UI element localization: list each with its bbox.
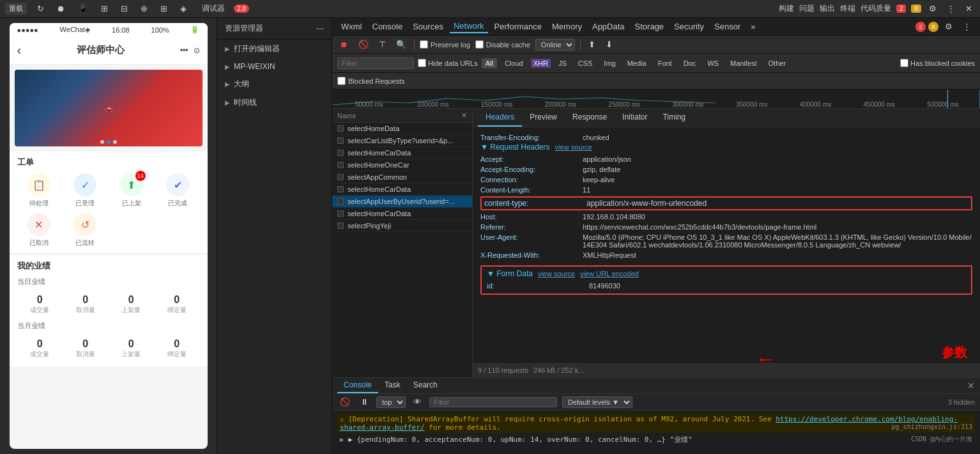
filter-css[interactable]: CSS bbox=[574, 58, 597, 68]
tab-terminal[interactable]: 终端 bbox=[840, 3, 855, 14]
hotreload-button[interactable]: 📱 bbox=[75, 3, 91, 15]
devtools-tab-sensor[interactable]: Sensor bbox=[710, 20, 744, 33]
devtools-tab-network[interactable]: Network bbox=[450, 20, 488, 33]
filter-cloud[interactable]: Cloud bbox=[501, 58, 527, 68]
console-tab-search[interactable]: Search bbox=[407, 378, 444, 393]
has-blocked-cookies-label[interactable]: Has blocked cookies bbox=[900, 59, 975, 67]
console-filter-input[interactable] bbox=[429, 397, 557, 407]
request-item-2[interactable]: selectHomeCarData bbox=[332, 147, 472, 159]
devtools-settings-btn[interactable]: ⚙ bbox=[941, 20, 956, 33]
console-pause-btn[interactable]: ⏸ bbox=[358, 396, 371, 408]
hide-data-urls-label[interactable]: Hide data URLs bbox=[418, 59, 478, 67]
disable-cache-label[interactable]: Disable cache bbox=[475, 40, 530, 49]
filter-xhr[interactable]: XHR bbox=[531, 59, 551, 68]
online-select[interactable]: Online bbox=[535, 39, 575, 51]
more-button[interactable]: ⊕ bbox=[138, 3, 150, 15]
record-stop-btn[interactable]: ⏺ bbox=[337, 38, 351, 51]
filter-toggle-btn[interactable]: ⊤ bbox=[376, 38, 388, 51]
detail-tab-timing[interactable]: Timing bbox=[655, 109, 693, 127]
close-request-detail[interactable]: ✕ bbox=[461, 111, 467, 120]
has-blocked-cookies-checkbox[interactable] bbox=[900, 59, 908, 67]
sidebar-item-open-editors[interactable]: ▶ 打开的编辑器 bbox=[217, 40, 332, 58]
request-item-5[interactable]: selectHomeCarData bbox=[332, 184, 472, 196]
layout-button[interactable]: ⊞ bbox=[98, 3, 111, 15]
devtools-tab-wxml[interactable]: Wxml bbox=[337, 20, 366, 33]
grid-item-accepted[interactable]: ✓ 已受理 bbox=[63, 173, 107, 208]
filter-manifest[interactable]: Manifest bbox=[726, 58, 761, 68]
export-btn[interactable]: ⬇ bbox=[603, 38, 615, 51]
filter-doc[interactable]: Doc bbox=[680, 58, 700, 68]
filter-img[interactable]: Img bbox=[600, 58, 619, 68]
zoom-button[interactable]: ⊟ bbox=[118, 3, 130, 15]
wifi-button[interactable]: ◈ bbox=[178, 3, 189, 15]
devtools-tab-security[interactable]: Security bbox=[670, 20, 708, 33]
sidebar-menu-icon[interactable]: ⋯ bbox=[316, 24, 324, 33]
console-context-select[interactable]: top bbox=[376, 396, 406, 408]
close-button[interactable]: ✕ bbox=[963, 3, 975, 15]
request-item-6[interactable]: selectAppUserByUserid?userid=... bbox=[332, 196, 472, 208]
hide-data-urls-checkbox[interactable] bbox=[418, 59, 426, 67]
phone-more-button[interactable]: ••• bbox=[180, 46, 188, 55]
disable-cache-checkbox[interactable] bbox=[475, 40, 484, 49]
clear-btn[interactable]: 🚫 bbox=[356, 38, 371, 51]
request-item-8[interactable]: selectPingYeji bbox=[332, 220, 472, 232]
phone-back-button[interactable]: ‹ bbox=[17, 43, 22, 58]
settings-button[interactable]: ⚙ bbox=[926, 3, 939, 15]
devtools-tab-performance[interactable]: Performance bbox=[491, 20, 546, 33]
devtools-tab-storage[interactable]: Storage bbox=[631, 20, 668, 33]
filter-media[interactable]: Media bbox=[624, 58, 650, 68]
console-tab-console[interactable]: Console bbox=[337, 378, 378, 393]
detail-tab-response[interactable]: Response bbox=[565, 109, 615, 127]
request-item-7[interactable]: selectHomeCarData bbox=[332, 208, 472, 220]
devtools-tab-console[interactable]: Console bbox=[369, 20, 407, 33]
blocked-requests-label[interactable]: Blocked Requests bbox=[337, 77, 405, 85]
grid-item-transferred[interactable]: ↺ 已流转 bbox=[63, 213, 107, 247]
phone-record-button[interactable]: ⊙ bbox=[194, 46, 200, 55]
request-item-0[interactable]: selectHomeData bbox=[332, 123, 472, 135]
grid-button[interactable]: ⊞ bbox=[158, 3, 170, 15]
console-level-select[interactable]: Default levels ▼ bbox=[562, 396, 632, 408]
console-clear-btn[interactable]: 🚫 bbox=[337, 396, 353, 408]
preserve-log-label[interactable]: Preserve log bbox=[420, 40, 470, 49]
console-eye-btn[interactable]: 👁 bbox=[411, 396, 424, 408]
search-btn[interactable]: 🔍 bbox=[394, 38, 409, 51]
tab-problem[interactable]: 问题 bbox=[799, 3, 815, 14]
request-item-4[interactable]: selectAppCommon bbox=[332, 171, 472, 184]
preserve-log-checkbox[interactable] bbox=[420, 40, 428, 49]
devtools-tab-memory[interactable]: Memory bbox=[548, 20, 586, 33]
grid-item-listed[interactable]: ⬆ 14 已上架 bbox=[110, 173, 154, 208]
grid-item-cancelled[interactable]: ✕ 已取消 bbox=[17, 213, 61, 247]
form-data-view-url[interactable]: view URL encoded bbox=[580, 270, 639, 278]
tab-build[interactable]: 构建 bbox=[779, 3, 794, 14]
grid-item-pending[interactable]: 📋 待处理 bbox=[17, 173, 61, 208]
import-btn[interactable]: ⬆ bbox=[586, 38, 598, 51]
grid-item-done[interactable]: ✔ 已完成 bbox=[156, 173, 200, 208]
request-item-3[interactable]: selectHomeOneCar bbox=[332, 159, 472, 171]
filter-font[interactable]: Font bbox=[654, 58, 676, 68]
devtools-tab-sources[interactable]: Sources bbox=[409, 20, 447, 33]
view-source-link[interactable]: view source bbox=[555, 143, 592, 151]
filter-js[interactable]: JS bbox=[555, 58, 570, 68]
tab-quality[interactable]: 代码质量 bbox=[861, 3, 891, 14]
sidebar-item-mp-weixin[interactable]: ▶ MP-WEIXIN bbox=[217, 58, 332, 75]
devtools-ellipsis-btn[interactable]: ⋮ bbox=[959, 20, 975, 33]
ellipsis-button[interactable]: ⋮ bbox=[944, 3, 958, 15]
filter-other[interactable]: Other bbox=[765, 58, 790, 68]
sidebar-item-timeline[interactable]: ▶ 时间线 bbox=[217, 93, 332, 112]
blocked-requests-checkbox[interactable] bbox=[337, 77, 346, 85]
devtools-more-tabs[interactable]: » bbox=[747, 20, 759, 33]
console-tab-task[interactable]: Task bbox=[378, 378, 407, 393]
filter-ws[interactable]: WS bbox=[703, 58, 723, 68]
sidebar-item-outline[interactable]: ▶ 大纲 bbox=[217, 75, 332, 93]
detail-tab-initiator[interactable]: Initiator bbox=[615, 109, 655, 127]
request-item-1[interactable]: selectCarListByType?userid=&p... bbox=[332, 135, 472, 147]
tab-output[interactable]: 输出 bbox=[820, 3, 835, 14]
record-button[interactable]: ⏺ bbox=[54, 3, 68, 15]
form-data-view-source[interactable]: view source bbox=[538, 270, 575, 278]
detail-tab-headers[interactable]: Headers bbox=[478, 109, 522, 127]
devtools-tab-appdata[interactable]: AppData bbox=[588, 20, 629, 33]
detail-tab-preview[interactable]: Preview bbox=[522, 109, 565, 127]
console-close-btn[interactable]: ✕ bbox=[967, 380, 975, 391]
reload-button[interactable]: ↻ bbox=[34, 3, 47, 15]
filter-input[interactable] bbox=[337, 58, 414, 69]
